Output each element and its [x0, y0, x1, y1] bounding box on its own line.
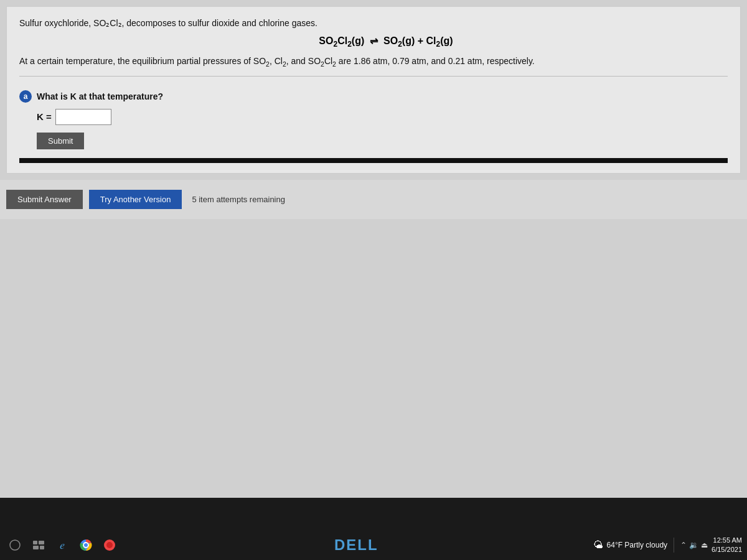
svg-point-0 [10, 540, 20, 550]
svg-point-7 [84, 543, 88, 547]
svg-rect-4 [40, 546, 44, 549]
edge-browser-icon[interactable]: 𝑒 [52, 535, 72, 555]
taskbar-left-icons: 𝑒 [5, 535, 120, 555]
k-label: K = [37, 111, 52, 122]
svg-point-9 [106, 542, 113, 548]
dell-logo: DELL [334, 536, 378, 554]
svg-rect-3 [33, 546, 39, 549]
weather-text: 64°F Partly cloudy [607, 541, 668, 549]
weather-icon: 🌤 [593, 539, 603, 551]
app-icon[interactable] [100, 535, 120, 555]
svg-rect-1 [33, 541, 37, 544]
chrome-icon[interactable] [76, 535, 96, 555]
time-display: 12:55 AM [712, 536, 742, 545]
start-button[interactable] [5, 535, 25, 555]
k-input[interactable] [55, 109, 111, 125]
date-display: 6/15/2021 [712, 545, 742, 554]
taskbar: 𝑒 DELL 🌤 64°F Partly cloudy [0, 530, 747, 560]
task-view-button[interactable] [29, 535, 49, 555]
taskbar-right: 🌤 64°F Partly cloudy ⌃ 🔉 ⏏ 12:55 AM 6/15… [593, 536, 742, 555]
submit-button[interactable]: Submit [37, 133, 84, 149]
intro-text: Sulfur oxychloride, SO₂Cl₂, decomposes t… [19, 17, 728, 30]
taskbar-center: DELL [120, 536, 593, 554]
system-tray-icons: ⌃ 🔉 ⏏ [680, 541, 708, 549]
clock: 12:55 AM 6/15/2021 [712, 536, 742, 555]
question-badge: a [19, 90, 32, 103]
divider [19, 158, 728, 163]
attempts-remaining: 5 item attempts remaining [192, 195, 285, 204]
try-another-button[interactable]: Try Another Version [89, 190, 182, 209]
equilibrium-text: At a certain temperature, the equilibriu… [19, 55, 728, 77]
weather-area: 🌤 64°F Partly cloudy [593, 539, 668, 551]
bottom-action-bar: Submit Answer Try Another Version 5 item… [0, 180, 747, 219]
submit-answer-button[interactable]: Submit Answer [6, 190, 83, 209]
chemical-equation: SO2Cl2(g) ⇌ SO2(g) + Cl2(g) [44, 35, 728, 49]
battery-icon: ⏏ [701, 541, 708, 549]
speaker-icon: 🔉 [689, 541, 698, 549]
question-text: What is K at that temperature? [37, 91, 163, 101]
network-icon: ⌃ [680, 541, 687, 549]
svg-rect-2 [39, 541, 44, 544]
